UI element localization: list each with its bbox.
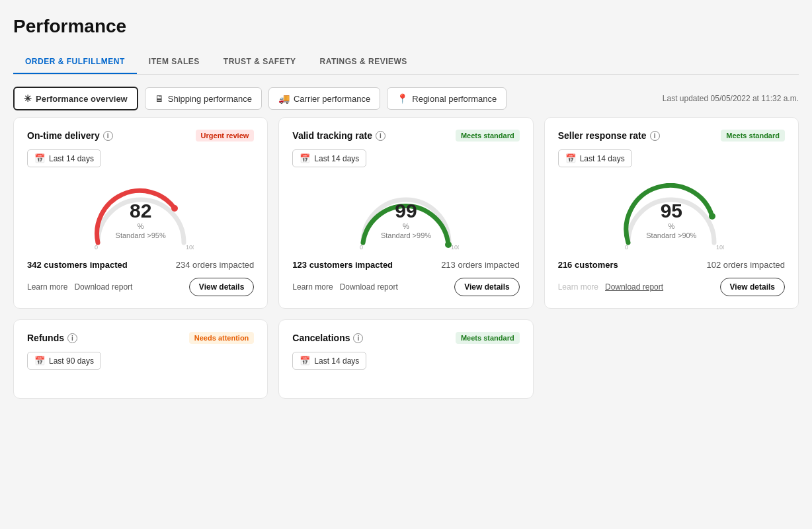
tab-trust-safety[interactable]: TRUST & SAFETY <box>212 50 308 74</box>
seller-response-gauge: 0 100 95 % Standard >90% <box>558 183 785 249</box>
calendar-icon-1: 📅 <box>34 153 45 163</box>
sub-tab-performance-overview[interactable]: ✳ Performance overview <box>13 87 138 110</box>
sub-tab-regional-label: Regional performance <box>412 94 497 104</box>
seller-response-customers: 216 customers <box>558 260 618 270</box>
calendar-icon-2: 📅 <box>300 153 310 163</box>
on-time-delivery-info-icon[interactable]: i <box>103 131 113 141</box>
svg-text:0: 0 <box>625 244 628 249</box>
tab-ratings-reviews[interactable]: RATINGS & REVIEWS <box>308 50 419 74</box>
card-seller-response-header: Seller response rate i Meets standard <box>558 130 785 142</box>
on-time-delivery-badge: Urgent review <box>196 130 255 142</box>
seller-response-download[interactable]: Download report <box>605 282 663 292</box>
refunds-badge: Needs attention <box>189 332 255 344</box>
valid-tracking-view-details[interactable]: View details <box>454 278 519 296</box>
cancelations-date-filter[interactable]: 📅 Last 14 days <box>292 352 366 370</box>
sub-tab-regional-performance[interactable]: 📍 Regional performance <box>387 87 507 110</box>
card-valid-tracking-rate: Valid tracking rate i Meets standard 📅 L… <box>278 117 533 309</box>
valid-tracking-date-filter[interactable]: 📅 Last 14 days <box>292 149 366 167</box>
gauge-standard-1: % <box>116 222 166 230</box>
card-cancelations: Cancelations i Meets standard 📅 Last 14 … <box>278 319 533 399</box>
gauge-percent-3: 95 <box>646 201 696 221</box>
sub-tab-carrier-label: Carrier performance <box>294 94 370 104</box>
seller-response-orders: 102 orders impacted <box>706 260 785 270</box>
seller-response-stats: 216 customers 102 orders impacted <box>558 260 785 270</box>
calendar-icon-5: 📅 <box>300 356 310 366</box>
valid-tracking-orders: 213 orders impacted <box>441 260 520 270</box>
calendar-icon-3: 📅 <box>565 153 576 163</box>
card-on-time-delivery: On-time delivery i Urgent review 📅 Last … <box>13 117 268 309</box>
card-refunds-header: Refunds i Needs attention <box>27 332 254 344</box>
svg-text:0: 0 <box>360 244 363 249</box>
on-time-delivery-orders: 234 orders impacted <box>176 260 255 270</box>
svg-point-0 <box>171 205 178 212</box>
cancelations-badge: Meets standard <box>456 332 520 344</box>
on-time-delivery-customers: 342 customers impacted <box>27 260 128 270</box>
last-updated: Last updated 05/05/2022 at 11:32 a.m. <box>663 94 799 103</box>
gauge-wrap-1: 0 100 82 % Standard >95% <box>88 183 194 249</box>
on-time-delivery-footer: Learn more Download report View details <box>27 278 254 296</box>
valid-tracking-info-icon[interactable]: i <box>376 131 386 141</box>
card-cancelations-title: Cancelations i <box>292 333 363 343</box>
on-time-delivery-gauge: 0 100 82 % Standard >95% <box>27 183 254 249</box>
empty-bottom-card <box>544 319 799 399</box>
performance-overview-icon: ✳ <box>24 93 32 104</box>
card-cancelations-header: Cancelations i Meets standard <box>292 332 519 344</box>
bottom-cards-grid: Refunds i Needs attention 📅 Last 90 days… <box>13 319 799 399</box>
on-time-delivery-date-filter[interactable]: 📅 Last 14 days <box>27 149 101 167</box>
card-seller-response-rate: Seller response rate i Meets standard 📅 … <box>544 117 799 309</box>
gauge-center-1: 82 % Standard >95% <box>116 201 166 239</box>
carrier-icon: 🚚 <box>278 93 290 104</box>
top-cards-grid: On-time delivery i Urgent review 📅 Last … <box>13 117 799 309</box>
sub-tab-shipping-label: Shipping performance <box>168 94 252 104</box>
gauge-standard-label-1: Standard >95% <box>116 231 166 239</box>
card-seller-response-title: Seller response rate i <box>558 130 660 141</box>
seller-response-info-icon[interactable]: i <box>650 131 660 141</box>
on-time-delivery-download[interactable]: Download report <box>74 282 132 292</box>
seller-response-footer: Learn more Download report View details <box>558 278 785 296</box>
calendar-icon-4: 📅 <box>34 356 45 366</box>
seller-response-badge: Meets standard <box>721 130 785 142</box>
valid-tracking-download[interactable]: Download report <box>340 282 398 292</box>
gauge-center-2: 99 % Standard >99% <box>381 201 431 239</box>
sub-tab-performance-overview-label: Performance overview <box>36 94 128 104</box>
gauge-standard-label-3: Standard >90% <box>646 231 696 239</box>
refunds-info-icon[interactable]: i <box>67 333 77 343</box>
cancelations-info-icon[interactable]: i <box>353 333 363 343</box>
regional-icon: 📍 <box>397 93 408 104</box>
gauge-percent-2: 99 <box>381 201 431 221</box>
sub-tab-carrier-performance[interactable]: 🚚 Carrier performance <box>268 87 380 110</box>
gauge-standard-pct-2: % <box>381 222 431 230</box>
on-time-delivery-view-details[interactable]: View details <box>189 278 254 296</box>
tab-order-fulfillment[interactable]: ORDER & FULFILLMENT <box>13 50 137 74</box>
svg-point-6 <box>709 213 715 220</box>
valid-tracking-footer: Learn more Download report View details <box>292 278 519 296</box>
on-time-delivery-stats: 342 customers impacted 234 orders impact… <box>27 260 254 270</box>
gauge-wrap-3: 0 100 95 % Standard >90% <box>618 183 724 249</box>
tab-item-sales[interactable]: ITEM SALES <box>137 50 212 74</box>
svg-text:100: 100 <box>451 244 459 249</box>
page-container: Performance ORDER & FULFILLMENT ITEM SAL… <box>0 0 812 529</box>
valid-tracking-badge: Meets standard <box>456 130 520 142</box>
card-refunds: Refunds i Needs attention 📅 Last 90 days <box>13 319 268 399</box>
card-on-time-delivery-header: On-time delivery i Urgent review <box>27 130 254 142</box>
seller-response-view-details[interactable]: View details <box>720 278 785 296</box>
sub-tabs: ✳ Performance overview 🖥 Shipping perfor… <box>13 87 799 110</box>
refunds-date-filter[interactable]: 📅 Last 90 days <box>27 352 101 370</box>
page-title: Performance <box>13 16 799 37</box>
svg-text:100: 100 <box>186 244 194 249</box>
main-tabs-nav: ORDER & FULFILLMENT ITEM SALES TRUST & S… <box>13 50 799 75</box>
shipping-icon: 🖥 <box>155 93 164 104</box>
gauge-center-3: 95 % Standard >90% <box>646 201 696 239</box>
card-valid-tracking-title: Valid tracking rate i <box>292 130 386 141</box>
sub-tab-shipping-performance[interactable]: 🖥 Shipping performance <box>145 87 262 110</box>
gauge-wrap-2: 0 100 99 % Standard >99% <box>353 183 459 249</box>
svg-text:100: 100 <box>716 244 724 249</box>
seller-response-learn-more: Learn more <box>558 282 598 292</box>
card-valid-tracking-header: Valid tracking rate i Meets standard <box>292 130 519 142</box>
svg-text:0: 0 <box>95 244 98 249</box>
on-time-delivery-learn-more[interactable]: Learn more <box>27 282 67 292</box>
valid-tracking-learn-more[interactable]: Learn more <box>292 282 333 292</box>
seller-response-date-filter[interactable]: 📅 Last 14 days <box>558 149 632 167</box>
valid-tracking-customers: 123 customers impacted <box>292 260 393 270</box>
gauge-percent-1: 82 <box>116 201 166 221</box>
